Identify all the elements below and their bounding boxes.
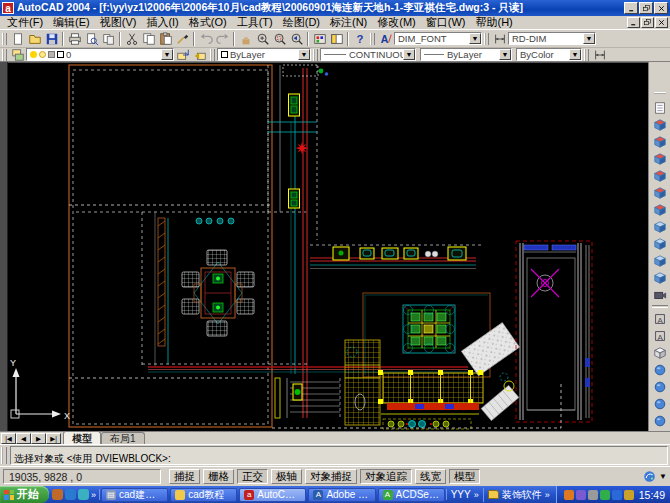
tab-layout1[interactable]: 布局1 [101,432,145,444]
last-tab-button[interactable]: ▶| [46,433,61,444]
paste-button[interactable] [157,31,174,47]
chevron-down-icon[interactable]: ▼ [469,33,481,44]
zoom-previous-button[interactable] [288,31,305,47]
task-cad-modeling-tutorial[interactable]: ▤cad建模教程... [101,488,168,502]
dim-style-dropdown[interactable]: RD-DIM ▼ [508,32,596,45]
decor-software-toolbar[interactable]: 装饰软件» [483,488,554,502]
mdi-close-button[interactable] [655,17,668,28]
tray-4-icon[interactable] [600,490,610,500]
nw-isometric-button[interactable] [651,269,669,286]
command-window-grip[interactable] [1,447,7,464]
bottom-view-button[interactable] [651,133,669,150]
task-adobe-photoshop[interactable]: AAdobe Photo... [308,488,375,502]
menu-item-window[interactable]: 窗口(W) [421,15,471,30]
start-button[interactable]: 开始 [0,486,49,503]
make-object-layer-current-button[interactable] [174,47,191,63]
chevron-down-icon[interactable]: ▼ [161,49,173,60]
gouraud-shaded-button[interactable] [651,378,669,395]
back-view-button[interactable] [651,201,669,218]
publish-button[interactable] [100,31,117,47]
copy-button[interactable] [140,31,157,47]
2d-wireframe-button[interactable]: A [651,310,669,327]
named-views-button[interactable] [651,99,669,116]
cut-button[interactable] [123,31,140,47]
camera-button[interactable] [651,286,669,303]
yyy-toolbar[interactable]: YYY» [446,489,483,500]
toggle-snap[interactable]: 捕捉 [169,469,200,484]
color-dropdown[interactable]: ByLayer ▼ [217,48,311,61]
toolbar-chevron-icon[interactable]: » [474,490,479,500]
mdi-minimize-button[interactable] [627,17,640,28]
front-view-button[interactable] [651,184,669,201]
toggle-otrack[interactable]: 对象追踪 [360,469,412,484]
layer-manager-button[interactable] [9,47,26,63]
tab-model[interactable]: 模型 [63,431,101,444]
toolbar-grip[interactable] [2,49,7,61]
linear-dimension-button[interactable] [591,47,608,63]
toggle-ortho[interactable]: 正交 [237,469,268,484]
top-view-button[interactable] [651,116,669,133]
mdi-restore-button[interactable] [641,17,654,28]
zoom-realtime-button[interactable] [254,31,271,47]
chevron-down-icon[interactable]: ▼ [298,49,310,60]
tray-1-icon[interactable] [564,490,574,500]
task-autocad[interactable]: aAutoCAD 200... [239,488,306,502]
close-button[interactable] [654,2,668,14]
quick-launch-chevron-icon[interactable]: » [91,490,96,500]
plot-style-dropdown[interactable]: ByColor ▼ [516,48,582,61]
task-cad-tutorial-folder[interactable]: cad教程 [170,488,237,502]
toolbar-grip[interactable] [584,49,589,61]
toggle-model[interactable]: 模型 [449,469,480,484]
menu-item-file[interactable]: 文件(F) [2,15,48,30]
toggle-osnap[interactable]: 对象捕捉 [305,469,357,484]
lineweight-dropdown[interactable]: ByLayer ▼ [420,48,512,61]
drawing-area[interactable]: Y X AA [0,62,670,431]
command-lines[interactable]: 选择对象或 <使用 DVIEWBLOCK>: [10,446,668,465]
toolbar-grip[interactable] [210,49,215,61]
status-tray-arrow-icon[interactable]: ▼ [659,472,667,481]
menu-item-format[interactable]: 格式(O) [184,15,232,30]
chevron-down-icon[interactable]: ▼ [403,49,415,60]
chevron-down-icon[interactable]: ▼ [583,33,595,44]
right-view-button[interactable] [651,167,669,184]
toolbar-grip[interactable] [370,33,375,45]
save-button[interactable] [43,31,60,47]
flat-edges-button[interactable] [651,395,669,412]
flat-shaded-button[interactable] [651,361,669,378]
next-tab-button[interactable]: ▶ [31,433,46,444]
preview-button[interactable] [83,31,100,47]
ql-messenger-icon[interactable] [65,489,76,500]
tray-2-icon[interactable] [576,490,586,500]
menu-item-insert[interactable]: 插入(I) [141,15,183,30]
menu-item-modify[interactable]: 修改(M) [372,15,421,30]
se-isometric-button[interactable] [651,235,669,252]
tray-5-icon[interactable] [612,490,622,500]
open-button[interactable] [26,31,43,47]
new-button[interactable] [9,31,26,47]
tray-3-icon[interactable] [588,490,598,500]
toggle-grid[interactable]: 栅格 [203,469,234,484]
design-center-button[interactable] [328,31,345,47]
zoom-window-button[interactable] [271,31,288,47]
tray-6-icon[interactable] [624,490,634,500]
coordinate-display[interactable]: 19035, 9828 , 0 [3,469,161,484]
help-button[interactable]: ? [351,31,368,47]
linetype-dropdown[interactable]: CONTINUOUS ▼ [320,48,416,61]
toolbar-grip[interactable] [313,49,318,61]
menu-item-dimension[interactable]: 标注(N) [325,15,372,30]
prev-tab-button[interactable]: ◀ [16,433,31,444]
3d-wireframe-button[interactable]: A [651,327,669,344]
minimize-button[interactable] [624,2,638,14]
menu-item-draw[interactable]: 绘图(D) [278,15,325,30]
ql-browser-icon[interactable] [52,489,63,500]
redo-button[interactable] [214,31,231,47]
toolbar-grip[interactable] [2,33,7,45]
layer-previous-button[interactable] [191,47,208,63]
menu-item-view[interactable]: 视图(V) [95,15,142,30]
communication-center-icon[interactable] [643,470,656,483]
text-style-dropdown[interactable]: DIM_FONT ▼ [394,32,482,45]
menu-item-tools[interactable]: 工具(T) [232,15,278,30]
match-properties-button[interactable] [174,31,191,47]
task-acdsee[interactable]: AACDSee v3.1... [378,488,445,502]
chevron-down-icon[interactable]: ▼ [499,49,511,60]
